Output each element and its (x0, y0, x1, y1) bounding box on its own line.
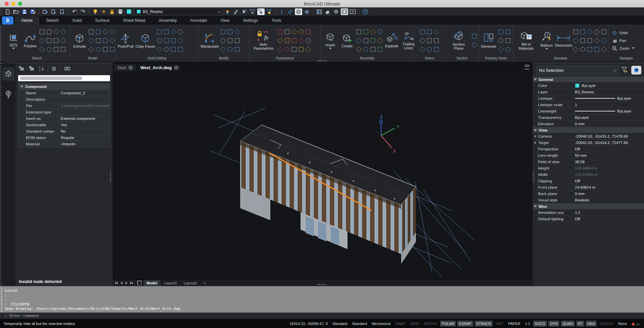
ribbon-small-icon[interactable] (601, 38, 606, 43)
ribbon-small-icon[interactable] (96, 30, 101, 34)
quick-properties-button[interactable] (631, 66, 641, 75)
ucs-button[interactable]: UCS (6, 26, 21, 55)
ribbon-drag-handle[interactable] (0, 26, 4, 60)
tab-settings[interactable]: Settings (236, 16, 265, 25)
component-row[interactable]: Description (18, 96, 110, 103)
ribbon-small-icon[interactable] (277, 46, 283, 52)
ribbon-small-icon[interactable] (427, 30, 432, 34)
bulb-icon[interactable] (92, 8, 99, 15)
ribbon-small-icon[interactable] (298, 38, 304, 43)
ribbon-small-icon[interactable] (171, 38, 176, 43)
layout-manager-icon[interactable] (137, 281, 142, 285)
redo-icon[interactable]: ↷ (79, 8, 87, 15)
ribbon-small-icon[interactable] (285, 38, 289, 43)
collapse-icon[interactable] (20, 86, 23, 88)
ribbon-small-icon[interactable] (472, 43, 477, 47)
brightness-icon[interactable]: ☀ (100, 8, 107, 15)
ribbon-small-icon[interactable] (594, 47, 599, 52)
status-toggle[interactable]: SNAP (393, 321, 407, 327)
line-view-icon[interactable] (278, 8, 285, 15)
command-history[interactable]: Cancel::: _FILEOPENOpen Drawing: /Users/… (0, 286, 644, 313)
ribbon-small-icon[interactable] (96, 47, 101, 52)
section-plane-button[interactable]: Section Plane (447, 26, 470, 55)
ribbon-small-icon[interactable] (291, 29, 297, 35)
property-row[interactable]: LayerB3_Rooms (533, 89, 644, 95)
ribbon-small-icon[interactable] (285, 30, 289, 34)
status-toggle[interactable]: STRACK (475, 321, 493, 327)
command-input[interactable] (9, 313, 145, 318)
ribbon-small-icon[interactable] (278, 30, 282, 34)
status-toggle[interactable]: GRID (408, 321, 421, 327)
right-panel-splitter[interactable] (533, 171, 535, 182)
ribbon-small-icon[interactable] (587, 29, 593, 35)
filter-icon[interactable] (621, 66, 629, 74)
ribbon-small-icon[interactable] (110, 30, 115, 34)
ribbon-small-icon[interactable] (171, 29, 176, 35)
ribbon-small-icon[interactable] (357, 30, 361, 34)
status-toggle[interactable]: Standard (331, 321, 349, 327)
plane-view-icon[interactable] (286, 8, 294, 15)
ribbon-small-icon[interactable] (356, 46, 362, 52)
ribbon-small-icon[interactable] (89, 30, 94, 34)
close-icon[interactable] (128, 65, 133, 70)
ribbon-small-icon[interactable] (573, 30, 578, 34)
property-section-header[interactable]: Misc (533, 203, 644, 209)
ribbon-small-icon[interactable] (364, 38, 368, 43)
property-section-header[interactable]: General (533, 77, 644, 83)
property-row[interactable]: LineweightByLayer (533, 108, 644, 114)
copy-drawing-icon[interactable] (50, 8, 57, 15)
drawing-viewport[interactable]: Z Y X (113, 71, 533, 279)
ribbon-small-icon[interactable] (299, 47, 304, 52)
property-row[interactable]: ColorByLayer (533, 83, 644, 89)
property-row[interactable]: Annotation sca1:1 (533, 209, 644, 216)
tab-annotate[interactable]: Annotate (183, 16, 214, 25)
ribbon-small-icon[interactable] (364, 30, 368, 34)
ribbon-small-icon[interactable] (601, 46, 607, 52)
color-picker-icon[interactable] (232, 8, 239, 15)
ribbon-small-icon[interactable] (110, 47, 115, 52)
property-row[interactable]: LinetypeByLayer (533, 95, 644, 102)
property-row[interactable]: Height106.44664 m (533, 165, 644, 172)
status-toggle[interactable]: DUCS (533, 321, 547, 327)
status-toggle[interactable]: RT (576, 321, 584, 327)
bricscad-logo[interactable]: b (2, 16, 13, 25)
ribbon-small-icon[interactable] (157, 30, 162, 34)
status-toggle[interactable]: None (616, 321, 629, 327)
ribbon-small-icon[interactable] (580, 30, 585, 34)
render-box-icon[interactable] (303, 8, 311, 15)
zoom-button[interactable]: Zoom (612, 46, 634, 51)
bill-of-materials-button[interactable]: Bill of Materials (515, 26, 537, 55)
selection-dropdown[interactable]: No Selection (536, 66, 619, 75)
status-toggle[interactable]: LWT (494, 321, 505, 327)
fullscreen-icon[interactable] (349, 8, 357, 15)
property-row[interactable]: Front plane24.60814 m (533, 184, 644, 191)
status-toggle[interactable]: ORTHO (422, 321, 439, 327)
ribbon-small-icon[interactable] (40, 38, 44, 43)
property-section-header[interactable]: View (533, 127, 644, 133)
manipulate-button[interactable]: Manipulate (201, 26, 219, 55)
insert-button[interactable]: Insert (323, 26, 338, 55)
ribbon-small-icon[interactable] (306, 38, 311, 43)
window-export-icon[interactable] (42, 8, 49, 15)
auto-parametrize-button[interactable]: fxAuto Parametrize (252, 26, 276, 55)
ribbon-small-icon[interactable] (357, 38, 361, 43)
ribbon-small-icon[interactable] (60, 38, 66, 43)
tab-view[interactable]: View (214, 16, 236, 25)
status-toggle[interactable]: Standard (351, 321, 369, 327)
hatch-view-icon[interactable] (295, 8, 302, 15)
ribbon-small-icon[interactable] (378, 30, 382, 34)
property-row[interactable]: Field of view38.58 (533, 159, 644, 165)
ribbon-small-icon[interactable] (39, 46, 45, 52)
property-row[interactable]: Back plane0 mm (533, 191, 644, 197)
layout-tab-layout1[interactable]: Layout1 (161, 280, 180, 286)
sort-az-icon[interactable]: AZ (38, 65, 44, 73)
toolbar-drag-handle[interactable] (1, 8, 3, 15)
ribbon-small-icon[interactable] (573, 38, 578, 43)
component-row[interactable]: Material<Inherit> (18, 141, 110, 147)
browser-filter-input[interactable] (18, 75, 110, 81)
layer-dropdown[interactable]: B3_Rooms (134, 8, 223, 15)
add-subcomponent-icon[interactable] (28, 65, 35, 73)
ribbon-small-icon[interactable] (472, 34, 477, 39)
ribbon-small-icon[interactable] (594, 38, 600, 43)
property-row[interactable]: Default lightingOff (533, 216, 644, 222)
